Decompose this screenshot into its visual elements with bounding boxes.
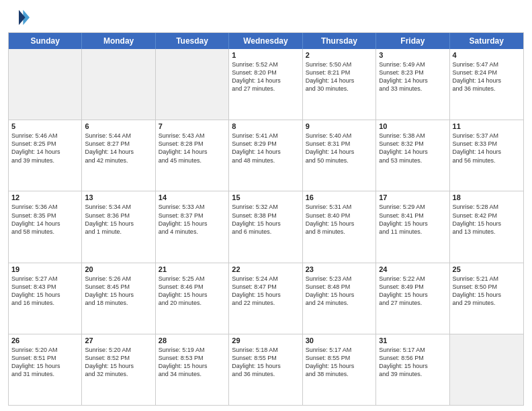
calendar-cell: 13Sunrise: 5:34 AM Sunset: 8:36 PM Dayli…	[82, 191, 155, 262]
cell-info: Sunrise: 5:25 AM Sunset: 8:46 PM Dayligh…	[159, 275, 226, 308]
calendar-cell: 7Sunrise: 5:43 AM Sunset: 8:28 PM Daylig…	[156, 120, 229, 191]
calendar-cell	[450, 334, 523, 405]
calendar-cell	[9, 49, 82, 120]
calendar-cell: 31Sunrise: 5:17 AM Sunset: 8:56 PM Dayli…	[376, 334, 449, 405]
day-number: 26	[11, 336, 79, 345]
calendar: SundayMondayTuesdayWednesdayThursdayFrid…	[8, 32, 524, 406]
week-row-1: 1Sunrise: 5:52 AM Sunset: 8:20 PM Daylig…	[9, 49, 523, 120]
calendar-cell: 4Sunrise: 5:47 AM Sunset: 8:24 PM Daylig…	[450, 49, 523, 120]
cell-info: Sunrise: 5:20 AM Sunset: 8:52 PM Dayligh…	[85, 346, 152, 379]
cell-info: Sunrise: 5:31 AM Sunset: 8:40 PM Dayligh…	[306, 203, 373, 236]
calendar-cell: 11Sunrise: 5:37 AM Sunset: 8:33 PM Dayli…	[450, 120, 523, 191]
week-row-2: 5Sunrise: 5:46 AM Sunset: 8:25 PM Daylig…	[9, 120, 523, 191]
calendar-cell	[82, 49, 155, 120]
day-number: 14	[159, 193, 226, 201]
day-number: 2	[306, 51, 373, 59]
week-row-5: 26Sunrise: 5:20 AM Sunset: 8:51 PM Dayli…	[9, 334, 523, 405]
calendar-cell: 12Sunrise: 5:36 AM Sunset: 8:35 PM Dayli…	[9, 191, 82, 262]
day-header-wednesday: Wednesday	[229, 33, 302, 49]
cell-info: Sunrise: 5:36 AM Sunset: 8:35 PM Dayligh…	[11, 203, 79, 236]
day-number: 12	[11, 193, 79, 201]
cell-info: Sunrise: 5:17 AM Sunset: 8:56 PM Dayligh…	[379, 346, 446, 379]
cell-info: Sunrise: 5:24 AM Sunset: 8:47 PM Dayligh…	[232, 275, 299, 308]
day-number: 19	[11, 265, 79, 273]
cell-info: Sunrise: 5:19 AM Sunset: 8:53 PM Dayligh…	[159, 346, 226, 379]
day-number: 31	[379, 336, 446, 345]
day-number: 13	[85, 193, 152, 201]
calendar-cell: 21Sunrise: 5:25 AM Sunset: 8:46 PM Dayli…	[156, 263, 229, 334]
day-number: 30	[306, 336, 373, 345]
day-number: 17	[379, 193, 446, 201]
cell-info: Sunrise: 5:34 AM Sunset: 8:36 PM Dayligh…	[85, 203, 152, 236]
cell-info: Sunrise: 5:33 AM Sunset: 8:37 PM Dayligh…	[159, 203, 226, 236]
day-number: 3	[379, 51, 446, 59]
day-header-thursday: Thursday	[303, 33, 376, 49]
calendar-cell: 16Sunrise: 5:31 AM Sunset: 8:40 PM Dayli…	[303, 191, 376, 262]
day-number: 11	[453, 122, 521, 130]
cell-info: Sunrise: 5:38 AM Sunset: 8:32 PM Dayligh…	[379, 132, 446, 165]
cell-info: Sunrise: 5:32 AM Sunset: 8:38 PM Dayligh…	[232, 203, 299, 236]
cell-info: Sunrise: 5:17 AM Sunset: 8:55 PM Dayligh…	[306, 346, 373, 379]
day-number: 20	[85, 265, 152, 273]
calendar-cell: 26Sunrise: 5:20 AM Sunset: 8:51 PM Dayli…	[9, 334, 82, 405]
logo	[8, 7, 32, 28]
cell-info: Sunrise: 5:23 AM Sunset: 8:48 PM Dayligh…	[306, 275, 373, 308]
cell-info: Sunrise: 5:20 AM Sunset: 8:51 PM Dayligh…	[11, 346, 79, 379]
calendar-cell: 30Sunrise: 5:17 AM Sunset: 8:55 PM Dayli…	[303, 334, 376, 405]
day-number: 28	[159, 336, 226, 345]
day-number: 24	[379, 265, 446, 273]
calendar-cell: 17Sunrise: 5:29 AM Sunset: 8:41 PM Dayli…	[376, 191, 449, 262]
calendar-cell: 24Sunrise: 5:22 AM Sunset: 8:49 PM Dayli…	[376, 263, 449, 334]
calendar-cell: 15Sunrise: 5:32 AM Sunset: 8:38 PM Dayli…	[229, 191, 302, 262]
calendar-cell: 9Sunrise: 5:40 AM Sunset: 8:31 PM Daylig…	[303, 120, 376, 191]
calendar-cell	[156, 49, 229, 120]
cell-info: Sunrise: 5:49 AM Sunset: 8:23 PM Dayligh…	[379, 60, 446, 93]
calendar-body: 1Sunrise: 5:52 AM Sunset: 8:20 PM Daylig…	[9, 49, 523, 405]
day-number: 5	[11, 122, 79, 130]
day-header-saturday: Saturday	[450, 33, 523, 49]
calendar-cell: 28Sunrise: 5:19 AM Sunset: 8:53 PM Dayli…	[156, 334, 229, 405]
cell-info: Sunrise: 5:47 AM Sunset: 8:24 PM Dayligh…	[453, 60, 521, 93]
calendar-cell: 27Sunrise: 5:20 AM Sunset: 8:52 PM Dayli…	[82, 334, 155, 405]
day-number: 29	[232, 336, 299, 345]
cell-info: Sunrise: 5:28 AM Sunset: 8:42 PM Dayligh…	[453, 203, 521, 236]
day-header-friday: Friday	[376, 33, 449, 49]
day-header-monday: Monday	[82, 33, 155, 49]
cell-info: Sunrise: 5:40 AM Sunset: 8:31 PM Dayligh…	[306, 132, 373, 165]
cell-info: Sunrise: 5:44 AM Sunset: 8:27 PM Dayligh…	[85, 132, 152, 165]
cell-info: Sunrise: 5:29 AM Sunset: 8:41 PM Dayligh…	[379, 203, 446, 236]
day-number: 4	[453, 51, 521, 59]
day-number: 22	[232, 265, 299, 273]
calendar-cell: 18Sunrise: 5:28 AM Sunset: 8:42 PM Dayli…	[450, 191, 523, 262]
day-number: 8	[232, 122, 299, 130]
cell-info: Sunrise: 5:43 AM Sunset: 8:28 PM Dayligh…	[159, 132, 226, 165]
day-number: 27	[85, 336, 152, 345]
calendar-cell: 20Sunrise: 5:26 AM Sunset: 8:45 PM Dayli…	[82, 263, 155, 334]
day-number: 21	[159, 265, 226, 273]
day-header-tuesday: Tuesday	[156, 33, 229, 49]
day-number: 10	[379, 122, 446, 130]
week-row-4: 19Sunrise: 5:27 AM Sunset: 8:43 PM Dayli…	[9, 263, 523, 334]
cell-info: Sunrise: 5:21 AM Sunset: 8:50 PM Dayligh…	[453, 275, 521, 308]
calendar-cell: 8Sunrise: 5:41 AM Sunset: 8:29 PM Daylig…	[229, 120, 302, 191]
cell-info: Sunrise: 5:27 AM Sunset: 8:43 PM Dayligh…	[11, 275, 79, 308]
calendar-cell: 2Sunrise: 5:50 AM Sunset: 8:21 PM Daylig…	[303, 49, 376, 120]
day-header-sunday: Sunday	[9, 33, 82, 49]
calendar-cell: 5Sunrise: 5:46 AM Sunset: 8:25 PM Daylig…	[9, 120, 82, 191]
calendar-cell: 10Sunrise: 5:38 AM Sunset: 8:32 PM Dayli…	[376, 120, 449, 191]
day-number: 6	[85, 122, 152, 130]
day-number: 18	[453, 193, 521, 201]
calendar-cell: 29Sunrise: 5:18 AM Sunset: 8:55 PM Dayli…	[229, 334, 302, 405]
day-number: 23	[306, 265, 373, 273]
calendar-cell: 19Sunrise: 5:27 AM Sunset: 8:43 PM Dayli…	[9, 263, 82, 334]
cell-info: Sunrise: 5:46 AM Sunset: 8:25 PM Dayligh…	[11, 132, 79, 165]
cell-info: Sunrise: 5:50 AM Sunset: 8:21 PM Dayligh…	[306, 60, 373, 93]
calendar-cell: 1Sunrise: 5:52 AM Sunset: 8:20 PM Daylig…	[229, 49, 302, 120]
cell-info: Sunrise: 5:52 AM Sunset: 8:20 PM Dayligh…	[232, 60, 299, 93]
week-row-3: 12Sunrise: 5:36 AM Sunset: 8:35 PM Dayli…	[9, 191, 523, 262]
calendar-cell: 25Sunrise: 5:21 AM Sunset: 8:50 PM Dayli…	[450, 263, 523, 334]
day-number: 1	[232, 51, 299, 59]
calendar-cell: 14Sunrise: 5:33 AM Sunset: 8:37 PM Dayli…	[156, 191, 229, 262]
header	[8, 7, 524, 28]
page: SundayMondayTuesdayWednesdayThursdayFrid…	[0, 0, 532, 411]
